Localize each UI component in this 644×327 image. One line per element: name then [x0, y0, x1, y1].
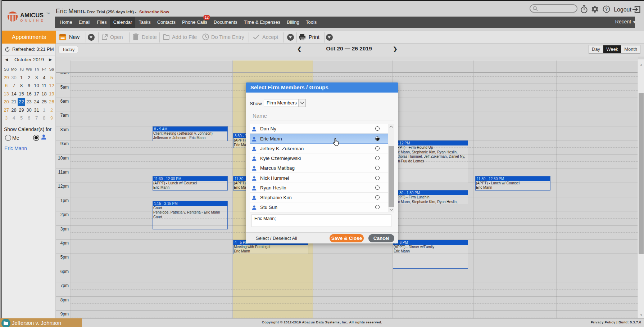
svg-text:?: ?: [605, 7, 608, 12]
svg-text:TM: TM: [46, 12, 50, 14]
svg-text:ONLINE: ONLINE: [20, 18, 45, 22]
svg-text:AMICUS: AMICUS: [20, 12, 44, 18]
